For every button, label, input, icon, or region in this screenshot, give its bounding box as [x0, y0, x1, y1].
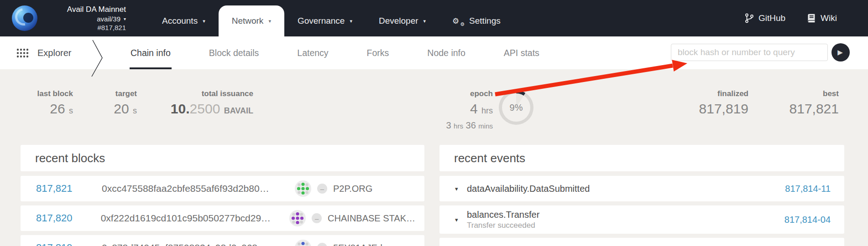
stat-finalized: finalized 817,819	[657, 89, 748, 116]
github-link[interactable]: GitHub	[745, 13, 785, 23]
tab-node-info[interactable]: Node info	[427, 36, 465, 69]
top-navbar: Avail DA Mainnet avail/39 ▾ #817,821 Acc…	[0, 0, 868, 36]
chain-version-selector[interactable]: avail/39 ▾	[97, 15, 126, 23]
validator-identicon[interactable]	[295, 240, 311, 246]
menu-governance[interactable]: Governance ▾	[284, 5, 366, 36]
menu-settings[interactable]: ⚙⚙ Settings	[439, 5, 514, 36]
chain-stats: last block 26 s target 20 s total issuan…	[0, 69, 868, 145]
menu-settings-label: Settings	[469, 16, 501, 26]
minus-badge-icon[interactable]: –	[317, 184, 327, 194]
stat-epoch-label: epoch	[402, 89, 493, 98]
event-block-link[interactable]: 817,814-11	[785, 184, 831, 194]
tab-api-stats[interactable]: API stats	[504, 36, 539, 69]
stat-target-value: 20	[114, 101, 129, 116]
minus-badge-icon[interactable]: –	[312, 213, 322, 223]
recent-events-title: recent events	[439, 145, 844, 171]
menu-accounts[interactable]: Accounts ▾	[149, 5, 219, 36]
grid-icon	[16, 48, 29, 58]
play-icon: ▶	[837, 48, 843, 56]
event-name: balances.Transfer	[467, 210, 539, 220]
block-row: 817,821 0xcc475588faa2cbfe855af6f93d2b80…	[21, 176, 424, 201]
block-author-name: CHAINBASE STAK…	[328, 213, 415, 224]
settings-gears-icon: ⚙⚙	[452, 17, 464, 25]
stat-total-issuance-frac: 2500	[190, 101, 220, 116]
block-number-link[interactable]: 817,820	[36, 212, 79, 224]
chain-best-block: #817,821	[97, 24, 126, 31]
logo-core	[23, 13, 33, 23]
event-name: dataAvailability.DataSubmitted	[467, 184, 590, 194]
stat-epoch-rem2-value: 36	[466, 120, 476, 130]
tab-latency[interactable]: Latency	[297, 36, 328, 69]
explorer-tabs: Chain info Block details Latency Forks N…	[131, 36, 578, 69]
validator-identicon[interactable]	[295, 180, 311, 197]
block-author: – P2P.ORG	[295, 180, 372, 197]
stat-total-issuance-label: total issuance	[151, 89, 253, 98]
tab-latency-label: Latency	[297, 48, 328, 58]
block-author-name: P2P.ORG	[333, 184, 372, 194]
query-button[interactable]: ▶	[831, 43, 850, 62]
stat-epoch-remaining: 3 hrs 36 mins	[402, 120, 493, 131]
chain-selector[interactable]: Avail DA Mainnet avail/39 ▾ #817,821	[0, 0, 137, 36]
stat-last-block: last block 26 s	[18, 89, 73, 118]
block-row: 817,820 0xf222d1619cd101c95b050277bcd29…	[21, 205, 424, 231]
chevron-down-icon: ▾	[124, 16, 126, 21]
event-description: Transfer succeeded	[467, 221, 539, 230]
tab-api-stats-label: API stats	[504, 48, 539, 58]
git-branch-icon	[745, 13, 754, 23]
block-search-input[interactable]	[671, 44, 828, 61]
chevron-down-icon: ▾	[424, 18, 426, 24]
breadcrumb-chevron	[89, 39, 105, 77]
minus-badge-icon[interactable]: –	[317, 243, 327, 246]
block-author: – 5EY81AJEd…	[295, 240, 392, 246]
block-number-link[interactable]: 817,821	[36, 183, 80, 195]
page: Avail DA Mainnet avail/39 ▾ #817,821 Acc…	[0, 0, 868, 246]
tab-chain-info-label: Chain info	[131, 48, 171, 58]
block-number-link[interactable]: 817,819	[36, 242, 80, 246]
tab-block-details[interactable]: Block details	[209, 36, 259, 69]
epoch-progress-donut: 9%	[499, 90, 533, 125]
stat-total-issuance-int: 10.	[171, 101, 190, 116]
menu-developer[interactable]: Developer ▾	[366, 5, 439, 36]
stat-best: best 817,821	[758, 89, 839, 116]
stat-target: target 20 s	[86, 89, 137, 118]
section-explorer: Explorer	[16, 36, 71, 69]
main-menu: Accounts ▾ Network ▾ Governance ▾ Develo…	[149, 0, 514, 36]
stat-epoch-rem2-unit: mins	[478, 122, 493, 130]
github-label: GitHub	[758, 13, 785, 23]
expand-caret-icon[interactable]: ▾	[455, 216, 467, 223]
stat-target-label: target	[86, 89, 137, 98]
stat-epoch-value: 4	[470, 101, 478, 116]
expand-caret-icon[interactable]: ▾	[455, 185, 467, 192]
chevron-down-icon: ▾	[203, 18, 205, 24]
explorer-tabbar: Explorer Chain info Block details Latenc…	[0, 36, 868, 69]
tab-chain-info[interactable]: Chain info	[131, 36, 171, 69]
external-links: GitHub Wiki	[745, 0, 868, 36]
wiki-link[interactable]: Wiki	[807, 13, 837, 23]
tab-node-info-label: Node info	[427, 48, 465, 58]
event-info: dataAvailability.DataSubmitted	[467, 184, 590, 194]
menu-developer-label: Developer	[379, 16, 418, 26]
stat-target-unit: s	[133, 106, 137, 115]
chain-name: Avail DA Mainnet	[67, 5, 126, 14]
avail-logo-icon	[12, 5, 37, 31]
block-search: ▶	[671, 43, 850, 62]
epoch-progress-inner: 9%	[502, 93, 530, 122]
block-row: 817,819 0x878d74045ef87508834c98d0c068…	[21, 235, 424, 246]
event-row: ▾ dataAvailability.DataSubmitted 817,814…	[439, 176, 844, 201]
menu-network[interactable]: Network ▾	[219, 5, 284, 36]
tab-forks[interactable]: Forks	[367, 36, 389, 69]
event-info: balances.Transfer Transfer succeeded	[467, 210, 539, 230]
event-block-link[interactable]: 817,814-04	[784, 215, 831, 225]
wiki-label: Wiki	[821, 13, 837, 23]
chevron-down-icon: ▾	[350, 18, 352, 24]
stat-last-block-unit: s	[69, 106, 73, 115]
stat-finalized-value: 817,819	[657, 102, 748, 116]
chain-meta: Avail DA Mainnet avail/39 ▾ #817,821	[45, 5, 126, 31]
chain-version-label: avail/39	[97, 15, 120, 23]
menu-network-label: Network	[232, 16, 264, 26]
block-author-name: 5EY81AJEd…	[333, 243, 392, 246]
stat-last-block-value: 26	[50, 101, 65, 116]
block-hash: 0xcc475588faa2cbfe855af6f93d2b80…	[102, 183, 277, 194]
validator-identicon[interactable]	[289, 210, 306, 226]
recent-blocks-panel: recent blocks 817,821 0xcc475588faa2cbfe…	[21, 145, 424, 246]
